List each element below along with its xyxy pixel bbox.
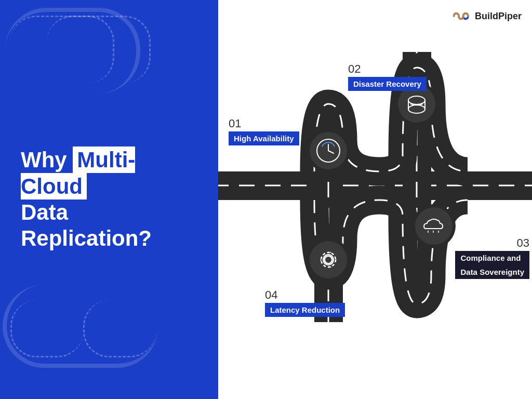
- left-panel-content: Why Multi-Cloud Data Replication?: [0, 147, 218, 252]
- item-03-label-line1: Compliance and: [455, 251, 529, 265]
- svg-point-18: [415, 207, 453, 245]
- buildpiper-logo-icon: [452, 10, 471, 22]
- item-01-number: 01: [229, 117, 299, 130]
- label-02: 02 Disaster Recovery: [348, 62, 427, 91]
- item-02-number: 02: [348, 62, 427, 76]
- title-prefix: Why: [21, 148, 73, 172]
- svg-point-23: [310, 241, 347, 278]
- item-04-label: Latency Reduction: [265, 303, 345, 317]
- item-02-label: Disaster Recovery: [348, 77, 427, 91]
- item-01-label: High Availability: [229, 131, 299, 145]
- road-svg: [218, 0, 532, 399]
- title-suffix: Data Replication?: [21, 200, 152, 250]
- main-title: Why Multi-Cloud Data Replication?: [21, 147, 197, 252]
- road-deco-4: [83, 300, 156, 357]
- label-04: 04 Latency Reduction: [265, 288, 345, 317]
- left-panel: Why Multi-Cloud Data Replication?: [0, 0, 218, 399]
- label-01: 01 High Availability: [229, 117, 299, 145]
- road-deco-3: [10, 300, 83, 357]
- item-04-number: 04: [265, 288, 345, 302]
- road-deco-2: [47, 16, 151, 83]
- item-03-label-line2: Data Sovereignty: [455, 265, 529, 279]
- logo-area: BuildPiper: [452, 10, 522, 22]
- right-panel: BuildPiper: [218, 0, 532, 399]
- label-03: 03 Compliance and Data Sovereignty: [455, 236, 529, 279]
- logo-text: BuildPiper: [475, 11, 522, 22]
- item-03-number: 03: [455, 236, 529, 250]
